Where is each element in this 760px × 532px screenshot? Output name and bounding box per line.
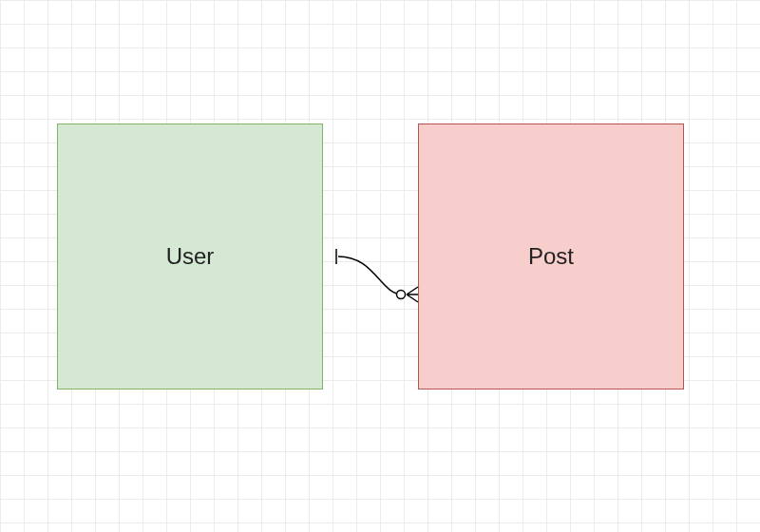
diagram-canvas[interactable]: User Post: [0, 0, 760, 532]
entity-user-label: User: [166, 243, 215, 270]
relationship-line: [338, 256, 403, 294]
cardinality-zero-icon: [397, 291, 406, 299]
entity-post-label: Post: [528, 243, 574, 270]
cardinality-many-icon: [407, 287, 418, 302]
entity-post[interactable]: Post: [418, 124, 684, 390]
entity-user[interactable]: User: [57, 124, 323, 390]
